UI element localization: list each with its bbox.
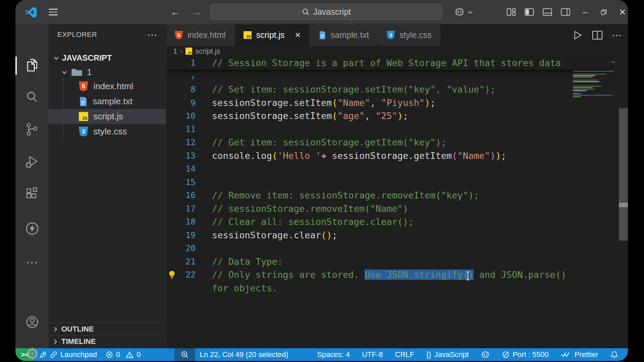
tab-style-css[interactable]: 3style.css xyxy=(378,24,441,46)
vscode-logo-icon xyxy=(23,0,38,24)
txt-file-icon xyxy=(319,31,326,40)
window-minimize-button[interactable]: – xyxy=(576,0,594,24)
window-close-button[interactable]: ✕ xyxy=(614,0,628,24)
encoding-button[interactable]: UTF-8 xyxy=(357,350,388,359)
editor-group: 5index.htmlJSscript.js✕sample.txt3style.… xyxy=(166,24,628,348)
scrollbar-band xyxy=(619,203,628,207)
html-file-icon: 5 xyxy=(79,81,88,92)
code-editor[interactable]: 1// Session Storage is a part of Web Sto… xyxy=(166,56,628,348)
more-views-icon[interactable]: ⋯ xyxy=(24,254,41,271)
cursor-position-button[interactable]: Ln 22, Col 49 (20 selected) xyxy=(195,348,292,361)
language-mode-button[interactable]: {} JavaScript xyxy=(421,350,474,359)
menu-hamburger-icon[interactable] xyxy=(46,0,60,24)
tab-label: script.js xyxy=(256,30,285,40)
line-content: // Set item: sessionStorage.setItem("key… xyxy=(196,84,495,95)
live-server-port-button[interactable]: Port : 5500 xyxy=(497,350,554,359)
explorer-icon[interactable] xyxy=(24,57,41,74)
tab-script-js[interactable]: JSscript.js✕ xyxy=(235,24,310,46)
breadcrumb[interactable]: 1 › JS script.js xyxy=(166,46,628,56)
settings-gear-icon[interactable]: ⚙ xyxy=(24,345,41,361)
timeline-section-header[interactable]: TIMELINE xyxy=(49,335,166,348)
folder-label: 1 xyxy=(87,67,92,77)
breadcrumb-file[interactable]: script.js xyxy=(195,47,220,56)
lightbulb-icon[interactable] xyxy=(166,270,177,279)
line-content: // Clear all: sessionStorage.clear(); xyxy=(196,217,414,227)
timeline-section-label: TIMELINE xyxy=(61,337,96,346)
file-item-script-js[interactable]: JSscript.js xyxy=(49,109,166,124)
customize-layout-button[interactable] xyxy=(502,0,520,24)
toggle-secondary-sidebar-button[interactable] xyxy=(557,0,574,24)
file-item-sample-txt[interactable]: sample.txt xyxy=(49,94,166,109)
zoom-indicator-button[interactable] xyxy=(174,348,195,361)
code-line: 7 xyxy=(166,70,611,83)
explorer-title: EXPLORER xyxy=(57,31,97,39)
minimap-line xyxy=(573,90,586,91)
chevron-down-icon xyxy=(61,70,67,74)
line-number: 1 xyxy=(177,58,196,68)
circle-slash-icon xyxy=(502,351,509,358)
breadcrumb-folder[interactable]: 1 xyxy=(173,47,177,56)
title-bar: ← → Javascript xyxy=(15,0,628,24)
file-item-index-html[interactable]: 5index.html xyxy=(49,79,166,94)
split-editor-button[interactable] xyxy=(592,30,603,40)
code-line: 10sessionStorage.setItem("age", "25"); xyxy=(166,109,611,123)
line-number: 7 xyxy=(177,71,196,81)
workspace-root-javascript[interactable]: JAVASCRIPT xyxy=(49,51,166,65)
indentation-button[interactable]: Spaces: 4 xyxy=(312,350,355,359)
launchpad-button[interactable]: Launchpad xyxy=(35,348,101,361)
toggle-panel-button[interactable] xyxy=(539,0,556,24)
line-content: // sessionStorage.removeItem("Name") xyxy=(196,203,408,214)
prettier-button[interactable]: Prettier xyxy=(556,350,603,359)
file-item-label: index.html xyxy=(94,81,133,92)
tab-bar: 5index.htmlJSscript.js✕sample.txt3style.… xyxy=(166,24,628,46)
line-number: 18 xyxy=(177,217,196,227)
tab-close-icon[interactable]: ✕ xyxy=(295,31,301,40)
code-line: 20 xyxy=(166,242,611,255)
eol-button[interactable]: CRLF xyxy=(390,350,419,359)
code-line: 13console.log('Hello '+ sessionStorage.g… xyxy=(166,149,611,163)
notifications-bell-icon[interactable] xyxy=(605,351,623,359)
chevron-right-icon xyxy=(53,326,57,332)
line-content: // Remove item: sessionStorage.removeIte… xyxy=(196,190,479,200)
search-view-icon[interactable] xyxy=(24,89,41,106)
js-file-icon: JS xyxy=(79,112,88,121)
file-item-label: style.css xyxy=(94,126,127,137)
file-item-style-css[interactable]: 3style.css xyxy=(49,124,166,139)
chevron-right-icon: › xyxy=(180,47,182,55)
outline-section-header[interactable]: OUTLINE xyxy=(49,323,166,335)
copilot-icon xyxy=(454,8,465,16)
thunder-client-icon[interactable] xyxy=(24,220,41,237)
source-control-icon[interactable] xyxy=(24,121,41,138)
minimap-line xyxy=(573,89,595,90)
tab-index-html[interactable]: 5index.html xyxy=(166,24,235,46)
copilot-menu-button[interactable] xyxy=(451,0,475,24)
run-debug-icon[interactable] xyxy=(24,154,41,170)
copilot-status-button[interactable] xyxy=(476,351,495,358)
search-icon xyxy=(302,8,310,16)
css-file-icon: 3 xyxy=(79,127,88,137)
problems-button[interactable]: 0 0 xyxy=(101,348,145,361)
minimap-line xyxy=(573,74,606,75)
code-line: 22// Only strings are stored. Use JSON.s… xyxy=(166,268,611,282)
navigate-back-button[interactable]: ← xyxy=(168,0,183,24)
encoding-label: UTF-8 xyxy=(362,350,383,359)
minimap-line xyxy=(573,71,613,72)
tab-sample-txt[interactable]: sample.txt xyxy=(310,24,378,46)
line-number: 19 xyxy=(177,230,196,240)
command-search-input[interactable]: Javascript xyxy=(211,4,442,20)
more-actions-icon[interactable]: ⋯ xyxy=(612,29,622,41)
folder-item-1[interactable]: 1 xyxy=(49,65,166,79)
minimap-line xyxy=(573,87,593,88)
window-restore-button[interactable] xyxy=(595,0,612,24)
extensions-icon[interactable] xyxy=(24,186,41,202)
explorer-more-actions-icon[interactable]: ⋯ xyxy=(147,29,157,41)
tab-label: index.html xyxy=(187,30,226,40)
search-value: Javascript xyxy=(313,7,351,17)
run-file-button[interactable] xyxy=(572,29,583,41)
code-line-sticky: 1// Session Storage is a part of Web Sto… xyxy=(166,56,611,70)
navigate-forward-button[interactable]: → xyxy=(189,0,204,24)
code-line: 21// Data Type: xyxy=(166,255,611,268)
vertical-scrollbar[interactable] xyxy=(619,108,628,241)
accounts-icon[interactable] xyxy=(24,314,41,330)
toggle-primary-sidebar-button[interactable] xyxy=(521,0,538,24)
